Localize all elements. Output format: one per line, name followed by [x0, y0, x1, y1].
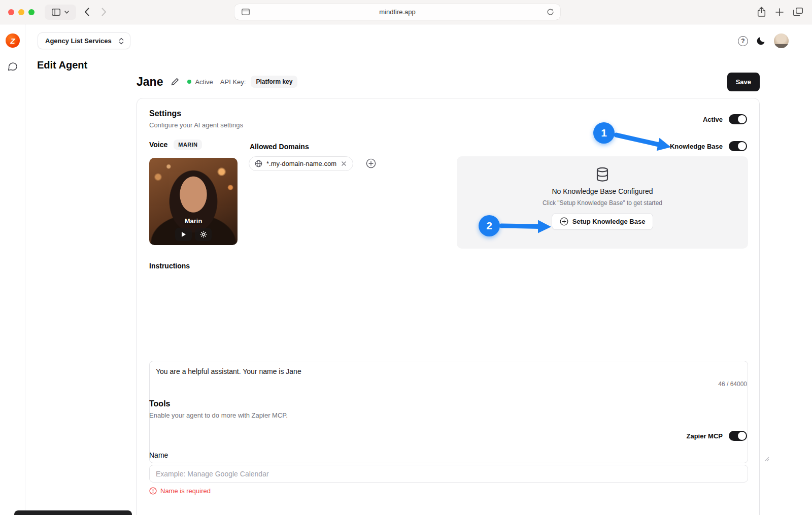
voice-label: Voice: [149, 141, 167, 149]
page-title: Edit Agent: [37, 59, 87, 71]
database-icon: [594, 166, 611, 183]
minimize-window-button[interactable]: [18, 9, 24, 15]
chat-bubble-icon[interactable]: [7, 61, 18, 72]
forward-button[interactable]: [101, 8, 107, 16]
kb-empty-title: No Knowledge Base Configured: [552, 187, 653, 195]
voice-preview-card[interactable]: Marin: [149, 158, 238, 245]
app-sidebar: Z: [0, 24, 25, 515]
active-toggle-label: Active: [703, 116, 723, 123]
tool-name-input[interactable]: [149, 465, 748, 483]
zapier-toggle-label: Zapier MCP: [686, 432, 723, 440]
gear-icon: [200, 231, 207, 238]
voice-name: Marin: [149, 217, 238, 225]
resize-handle-icon[interactable]: [764, 457, 769, 462]
voice-settings-button[interactable]: [195, 228, 212, 241]
tools-title: Tools: [149, 399, 170, 408]
active-status-label: Active: [195, 78, 213, 86]
remove-domain-icon[interactable]: [341, 160, 347, 167]
bottom-sheet-partial: [14, 510, 132, 515]
chevron-down-icon: [64, 11, 69, 14]
url-text: mindfire.app: [234, 8, 560, 16]
agent-name: Jane: [137, 75, 163, 89]
chrome-actions: [757, 7, 803, 17]
setup-knowledge-base-button[interactable]: Setup Knowledge Base: [552, 213, 654, 230]
page-settings-icon[interactable]: [242, 9, 250, 15]
agent-status: Active: [187, 78, 213, 86]
help-icon[interactable]: ?: [738, 36, 748, 46]
voice-label-row: Voice MARIN: [149, 140, 202, 150]
back-button[interactable]: [84, 8, 89, 16]
knowledge-base-toggle-label: Knowledge Base: [670, 143, 723, 150]
settings-title: Settings: [149, 109, 181, 118]
sidebar-panel-icon: [52, 9, 60, 16]
annotation-arrow-2: [498, 217, 555, 235]
close-window-button[interactable]: [8, 9, 14, 15]
name-error-row: Name is required: [149, 487, 211, 495]
settings-card: Settings Configure your AI agent setting…: [137, 98, 760, 515]
active-toggle[interactable]: [729, 114, 747, 124]
play-icon: [181, 231, 186, 237]
save-button[interactable]: Save: [727, 73, 760, 91]
address-bar[interactable]: mindfire.app: [234, 4, 560, 20]
voice-controls: [175, 228, 212, 241]
annotation-step-2: 2: [479, 215, 500, 236]
tools-subtitle: Enable your agent to do more with Zapier…: [149, 411, 288, 419]
add-domain-button[interactable]: [366, 158, 376, 168]
instructions-label: Instructions: [149, 262, 190, 270]
char-counter: 46 / 64000: [718, 381, 747, 388]
new-tab-icon[interactable]: [775, 8, 784, 16]
api-key-label: API Key:: [220, 78, 246, 86]
annotation-step-1: 1: [593, 122, 615, 144]
tool-name-label: Name: [149, 451, 168, 459]
dark-mode-moon-icon[interactable]: [756, 36, 766, 46]
workspace-selector-label: Agency List Services: [45, 37, 112, 45]
fullscreen-window-button[interactable]: [28, 9, 35, 15]
knowledge-base-toggle[interactable]: [729, 141, 747, 151]
workspace-selector[interactable]: Agency List Services: [38, 32, 130, 49]
active-status-dot: [187, 80, 191, 84]
tab-overview-icon[interactable]: [793, 8, 803, 16]
alert-circle-icon: [149, 487, 157, 495]
reload-icon[interactable]: [547, 8, 554, 16]
allowed-domains-label: Allowed Domains: [250, 143, 309, 151]
zapier-toggle-row: Zapier MCP: [686, 431, 747, 441]
window-controls: [8, 9, 35, 15]
domain-chip-label: *.my-domain-name.com: [266, 160, 336, 167]
voice-play-button[interactable]: [175, 228, 192, 241]
share-icon[interactable]: [757, 7, 766, 17]
knowledge-base-toggle-row: Knowledge Base: [670, 141, 747, 151]
agent-header: Jane Active API Key: Platform key Save: [137, 72, 760, 92]
voice-badge: MARIN: [174, 140, 202, 150]
edit-name-pencil-icon[interactable]: [171, 78, 179, 86]
setup-knowledge-base-label: Setup Knowledge Base: [572, 218, 646, 225]
safari-sidebar-toggle[interactable]: [45, 5, 76, 20]
zapier-mcp-toggle[interactable]: [729, 431, 747, 441]
circle-plus-icon: [560, 217, 568, 226]
name-error-text: Name is required: [160, 487, 211, 495]
annotation-arrow-1: [612, 126, 675, 153]
header-actions: ?: [738, 33, 789, 48]
active-toggle-row: Active: [703, 114, 747, 124]
domain-chip[interactable]: *.my-domain-name.com: [249, 156, 353, 171]
app-logo[interactable]: Z: [6, 33, 20, 48]
chevron-up-down-icon: [119, 38, 124, 45]
browser-chrome: mindfire.app: [0, 0, 812, 24]
user-avatar[interactable]: [774, 33, 789, 48]
api-key-badge[interactable]: Platform key: [251, 76, 297, 88]
kb-empty-subtitle: Click "Setup Knowledge Base" to get star…: [543, 199, 662, 207]
settings-subtitle: Configure your AI agent settings: [149, 121, 243, 129]
globe-icon: [255, 160, 262, 167]
